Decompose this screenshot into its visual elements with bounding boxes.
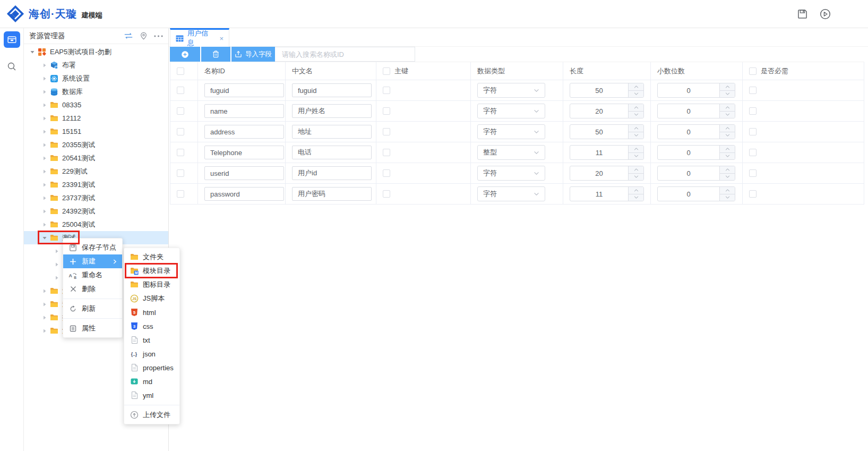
spinner-down-icon[interactable] (629, 153, 643, 160)
required-checkbox[interactable] (749, 107, 757, 115)
tree-item-24392测试[interactable]: 24392测试 (24, 205, 168, 218)
data-type-select[interactable]: 字符 (477, 186, 545, 201)
tree-item-12112[interactable]: 12112 (24, 112, 168, 125)
name-id-input[interactable] (204, 146, 284, 159)
spinner-up-icon[interactable] (629, 166, 643, 174)
spinner-up-icon[interactable] (629, 104, 643, 112)
name-id-input[interactable] (204, 166, 284, 180)
swap-arrows-icon[interactable] (124, 32, 133, 39)
spinner-down-icon[interactable] (720, 132, 735, 139)
run-play-icon[interactable] (820, 8, 831, 20)
spinner-down-icon[interactable] (720, 153, 735, 160)
cn-name-input[interactable] (292, 146, 372, 159)
spinner-down-icon[interactable] (629, 112, 643, 118)
required-checkbox[interactable] (749, 190, 757, 198)
menu-item-保存子节点[interactable]: 保存子节点 (63, 241, 122, 254)
submenu-item-yml[interactable]: yml (124, 388, 179, 402)
tree-item-系统设置[interactable]: 系统设置 (24, 72, 168, 85)
caret-right-icon[interactable] (41, 156, 48, 161)
decimals-input[interactable]: 0 (657, 145, 735, 160)
caret-right-icon[interactable] (41, 103, 48, 108)
spinner-up-icon[interactable] (629, 146, 643, 153)
decimals-input[interactable]: 0 (657, 166, 735, 181)
tree-item-数据库[interactable]: 数据库 (24, 85, 168, 98)
data-type-select[interactable]: 字符 (477, 124, 545, 139)
save-icon[interactable] (797, 8, 808, 20)
caret-right-icon[interactable] (41, 142, 48, 148)
spinner-up-icon[interactable] (720, 146, 735, 153)
data-type-select[interactable]: 字符 (477, 166, 545, 181)
caret-right-icon[interactable] (41, 328, 48, 334)
caret-right-icon[interactable] (41, 169, 48, 174)
spinner-up-icon[interactable] (629, 125, 643, 132)
caret-down-icon[interactable] (41, 235, 48, 241)
explorer-rail-button[interactable] (4, 31, 20, 48)
row-checkbox[interactable] (177, 87, 184, 94)
tree-item-布署[interactable]: 布署 (24, 58, 168, 72)
data-type-select[interactable]: 字符 (477, 104, 545, 118)
search-icon[interactable] (7, 62, 16, 71)
submenu-item-文件夹[interactable]: 文件夹 (124, 250, 179, 264)
caret-right-icon[interactable] (41, 222, 48, 227)
menu-item-新建[interactable]: 新建 (63, 254, 122, 268)
primary-key-checkbox[interactable] (383, 190, 390, 198)
name-id-input[interactable] (204, 125, 284, 139)
tab-close-icon[interactable]: × (219, 35, 224, 42)
cn-name-input[interactable] (292, 104, 372, 118)
submenu-item-json[interactable]: {..}json (124, 347, 179, 361)
length-input[interactable]: 50 (570, 83, 644, 98)
spinner-down-icon[interactable] (720, 194, 735, 201)
spinner-up-icon[interactable] (720, 125, 735, 132)
primary-key-checkbox[interactable] (383, 107, 390, 115)
caret-right-icon[interactable] (54, 249, 60, 254)
spinner-up-icon[interactable] (720, 83, 735, 91)
menu-item-刷新[interactable]: 刷新 (63, 302, 122, 316)
caret-right-icon[interactable] (41, 89, 48, 95)
row-checkbox[interactable] (177, 190, 184, 198)
cn-name-input[interactable] (292, 166, 372, 180)
spinner-down-icon[interactable] (629, 91, 643, 98)
spinner-down-icon[interactable] (629, 174, 643, 181)
spinner-up-icon[interactable] (720, 104, 735, 112)
spinner-down-icon[interactable] (720, 91, 735, 98)
spinner-up-icon[interactable] (629, 187, 643, 194)
caret-right-icon[interactable] (41, 129, 48, 134)
spinner-up-icon[interactable] (629, 83, 643, 91)
import-fields-button[interactable]: 导入字段 (231, 47, 275, 62)
header-checkbox-主键[interactable] (383, 67, 390, 75)
add-field-button[interactable] (170, 47, 200, 62)
decimals-input[interactable]: 0 (657, 104, 735, 118)
submenu-item-html[interactable]: 5html (124, 305, 179, 319)
data-type-select[interactable]: 整型 (477, 145, 545, 160)
decimals-input[interactable]: 0 (657, 124, 735, 139)
row-checkbox[interactable] (177, 149, 184, 156)
caret-right-icon[interactable] (41, 209, 48, 214)
row-checkbox[interactable] (177, 128, 184, 135)
length-input[interactable]: 11 (570, 145, 644, 160)
name-id-input[interactable] (204, 187, 284, 201)
spinner-down-icon[interactable] (720, 174, 735, 181)
caret-right-icon[interactable] (54, 262, 60, 267)
location-pin-icon[interactable] (140, 32, 147, 40)
search-input[interactable] (275, 47, 415, 62)
row-checkbox[interactable] (177, 169, 184, 177)
length-input[interactable]: 11 (570, 186, 644, 201)
primary-key-checkbox[interactable] (383, 128, 390, 135)
tree-item-08335[interactable]: 08335 (24, 98, 168, 112)
delete-field-button[interactable] (201, 47, 230, 62)
caret-right-icon[interactable] (41, 63, 48, 68)
name-id-input[interactable] (204, 83, 284, 97)
select-all-checkbox[interactable] (177, 67, 184, 75)
header-checkbox-是否必需[interactable] (749, 67, 757, 75)
menu-item-删除[interactable]: 删除 (63, 282, 122, 296)
tree-item-15151[interactable]: 15151 (24, 125, 168, 138)
decimals-input[interactable]: 0 (657, 186, 735, 201)
submenu-item-JS脚本[interactable]: JSJS脚本 (124, 292, 179, 305)
submenu-item-properties[interactable]: properties (124, 361, 179, 375)
caret-right-icon[interactable] (41, 76, 48, 81)
submenu-item-css[interactable]: 3css (124, 319, 179, 333)
caret-right-icon[interactable] (54, 275, 60, 280)
required-checkbox[interactable] (749, 169, 757, 177)
submenu-item-上传文件[interactable]: 上传文件 (124, 408, 179, 422)
caret-right-icon[interactable] (41, 195, 48, 201)
